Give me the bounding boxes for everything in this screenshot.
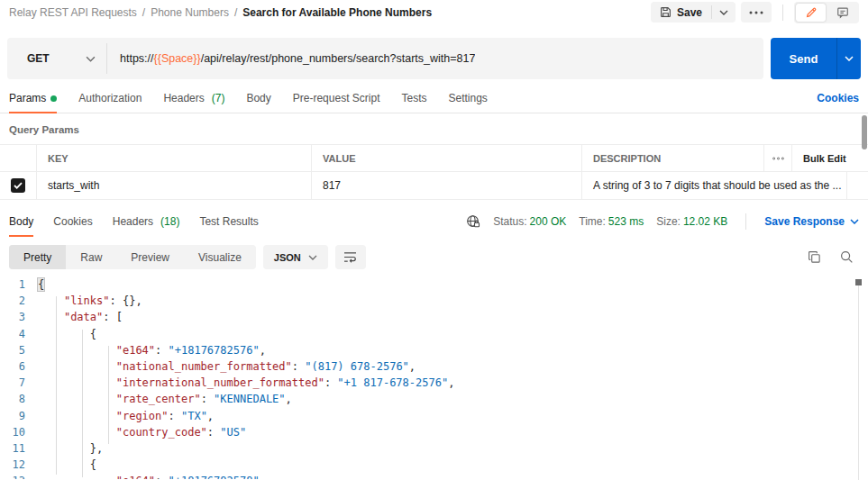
tab-authorization[interactable]: Authorization <box>78 92 142 113</box>
tab-response-headers[interactable]: Headers(18) <box>113 215 180 236</box>
comment-icon <box>836 6 849 19</box>
param-description-cell[interactable]: A string of 3 to 7 digits that should be… <box>581 172 847 199</box>
save-button-group: Save <box>651 2 736 23</box>
tab-response-body[interactable]: Body <box>9 215 33 236</box>
code-line: 11 }, <box>0 440 868 457</box>
wrap-lines-icon <box>343 251 357 263</box>
send-button[interactable]: Send <box>771 38 836 79</box>
wrap-lines-button[interactable] <box>335 245 366 269</box>
size-label: Size: <box>656 215 681 228</box>
view-preview-button[interactable]: Preview <box>116 245 184 269</box>
search-response-button[interactable] <box>834 245 859 269</box>
format-selector-label: JSON <box>274 252 301 263</box>
copy-response-button[interactable] <box>801 245 827 269</box>
tab-body-label: Body <box>246 92 270 104</box>
url-field: GET https://{{Space}}/api/relay/rest/pho… <box>7 38 763 79</box>
page-scrollbar-thumb[interactable] <box>862 115 867 149</box>
save-options-button[interactable] <box>712 2 736 23</box>
code-scrollbar-thumb[interactable] <box>855 279 862 285</box>
more-actions-button[interactable] <box>741 2 772 23</box>
edit-documentation-button[interactable] <box>796 4 826 22</box>
status-badge[interactable]: Status:200 OK <box>493 215 566 228</box>
column-header-value: VALUE <box>311 145 581 171</box>
indent-guide <box>108 346 109 444</box>
more-actions-icon <box>749 11 763 14</box>
view-visualize-button[interactable]: Visualize <box>184 245 256 269</box>
table-header-row: KEY VALUE DESCRIPTION Bulk Edit <box>0 144 868 171</box>
line-number: 7 <box>0 375 38 391</box>
format-selector[interactable]: JSON <box>263 245 328 269</box>
divider <box>745 213 746 230</box>
code-line: 7 "international_number_formatted": "+1 … <box>0 375 868 391</box>
url-prefix: https:// <box>120 52 154 65</box>
cookies-link[interactable]: Cookies <box>817 92 859 113</box>
url-variable: {{Space}} <box>154 52 201 65</box>
request-tabs-bar: Params Authorization Headers(7) Body Pre… <box>0 90 868 113</box>
divider <box>782 5 783 21</box>
line-number: 1 <box>0 276 38 293</box>
save-icon <box>660 6 672 18</box>
tab-response-cookies-label: Cookies <box>53 215 92 228</box>
tab-response-cookies[interactable]: Cookies <box>53 215 92 236</box>
comments-button[interactable] <box>827 4 857 22</box>
code-token: { <box>38 278 44 291</box>
tab-test-results-label: Test Results <box>199 215 258 228</box>
column-options-button[interactable] <box>763 145 791 171</box>
chevron-down-icon <box>850 219 859 224</box>
column-header-description: DESCRIPTION <box>581 145 763 171</box>
send-button-group: Send <box>771 38 861 79</box>
view-raw-button[interactable]: Raw <box>66 245 116 269</box>
code-scrollbar-track <box>858 279 859 480</box>
row-checkbox-cell <box>0 172 36 199</box>
time-badge[interactable]: Time:523 ms <box>579 215 644 228</box>
send-options-button[interactable] <box>837 38 861 79</box>
tab-body[interactable]: Body <box>246 92 270 113</box>
size-badge[interactable]: Size:12.02 KB <box>656 215 727 228</box>
breadcrumb: Relay REST API Requests / Phone Numbers … <box>9 6 432 19</box>
tab-headers[interactable]: Headers(7) <box>163 92 224 113</box>
line-number: 2 <box>0 293 38 309</box>
tab-authorization-label: Authorization <box>78 92 142 104</box>
line-number: 5 <box>0 342 38 358</box>
network-globe-icon[interactable] <box>466 214 480 229</box>
url-input[interactable]: https://{{Space}}/api/relay/rest/phone_n… <box>107 38 475 79</box>
bulk-edit-button[interactable]: Bulk Edit <box>791 145 868 171</box>
response-body-viewer[interactable]: 1{ 2 "links": {}, 3 "data": [ 4 { 5 "e16… <box>0 276 868 479</box>
method-selector[interactable]: GET <box>7 38 106 79</box>
copy-icon <box>808 250 821 264</box>
tab-settings[interactable]: Settings <box>449 92 488 113</box>
response-meta: Status:200 OK Time:523 ms Size:12.02 KB … <box>466 213 859 236</box>
param-key-cell[interactable]: starts_with <box>36 172 311 199</box>
tab-params[interactable]: Params <box>9 92 57 113</box>
tab-headers-label: Headers <box>163 92 204 104</box>
top-bar: Relay REST API Requests / Phone Numbers … <box>0 0 868 24</box>
code-line: 6 "national_number_formatted": "(817) 67… <box>0 358 868 375</box>
query-params-title: Query Params <box>9 124 859 135</box>
code-line: 9 "region": "TX", <box>0 408 868 424</box>
tab-response-body-label: Body <box>9 215 33 228</box>
save-response-button[interactable]: Save Response <box>764 215 859 228</box>
save-button[interactable]: Save <box>651 2 711 23</box>
line-number: 12 <box>0 457 38 473</box>
time-value: 523 ms <box>608 215 644 228</box>
breadcrumb-request-name[interactable]: Search for Available Phone Numbers <box>242 6 432 19</box>
tab-tests[interactable]: Tests <box>401 92 426 113</box>
breadcrumb-folder[interactable]: Phone Numbers <box>151 6 229 19</box>
breadcrumb-separator: / <box>234 6 237 19</box>
line-number: 13 <box>0 473 38 479</box>
breadcrumb-collection[interactable]: Relay REST API Requests <box>9 6 137 19</box>
param-enabled-checkbox[interactable] <box>11 178 25 193</box>
param-value-cell[interactable]: 817 <box>311 172 581 199</box>
indent-guide <box>82 330 83 477</box>
tab-response-headers-label: Headers <box>113 215 153 228</box>
headers-count: (7) <box>212 92 225 104</box>
tab-test-results[interactable]: Test Results <box>199 215 258 236</box>
tab-params-label: Params <box>9 92 46 104</box>
request-builder: GET https://{{Space}}/api/relay/rest/pho… <box>7 38 861 79</box>
view-pretty-button[interactable]: Pretty <box>9 245 66 269</box>
response-view-switcher: Pretty Raw Preview Visualize <box>9 245 256 269</box>
response-tabs: Body Cookies Headers(18) Test Results <box>9 215 259 236</box>
tab-pre-request-script[interactable]: Pre-request Script <box>293 92 380 113</box>
app-window: Relay REST API Requests / Phone Numbers … <box>0 0 868 480</box>
code-line: 12 { <box>0 457 868 473</box>
